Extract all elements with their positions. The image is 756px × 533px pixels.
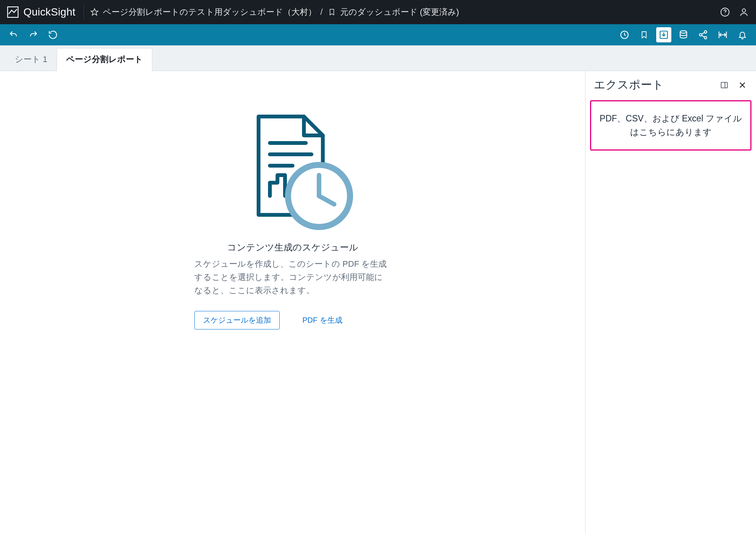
star-icon <box>89 7 100 17</box>
export-panel-title: エクスポート <box>594 77 664 93</box>
empty-state: コンテンツ生成のスケジュール スケジュールを作成し、このシートの PDF を生成… <box>194 94 391 329</box>
export-panel-actions <box>719 80 748 90</box>
svg-line-13 <box>702 36 704 37</box>
empty-state-body: スケジュールを作成し、このシートの PDF を生成することを選択します。コンテン… <box>194 257 391 297</box>
export-panel: エクスポート PDF、CSV、および Excel ファイルはこちらにあります <box>585 71 756 533</box>
dock-panel-icon[interactable] <box>719 80 730 90</box>
quicksight-logo-icon <box>7 6 19 18</box>
tab-label: ページ分割レポート <box>66 54 143 64</box>
redo-icon[interactable] <box>26 27 41 42</box>
svg-marker-1 <box>91 9 98 15</box>
help-icon[interactable] <box>720 7 730 17</box>
toolbar-left <box>6 27 60 42</box>
header-actions <box>720 7 749 17</box>
empty-state-actions: スケジュールを追加 PDF を生成 <box>194 311 391 329</box>
empty-state-title: コンテンツ生成のスケジュール <box>194 241 391 253</box>
breadcrumb: ページ分割レポートのテスト用ダッシュボード（大村） / 元のダッシュボード (変… <box>89 6 714 18</box>
share-icon[interactable] <box>696 27 711 42</box>
database-icon[interactable] <box>676 27 691 42</box>
bookmark-icon <box>327 7 337 17</box>
app-header: QuickSight ページ分割レポートのテスト用ダッシュボード（大村） / 元… <box>0 0 756 24</box>
svg-rect-0 <box>8 7 18 17</box>
svg-point-8 <box>680 31 686 33</box>
export-info-card: PDF、CSV、および Excel ファイルはこちらにあります <box>590 100 751 151</box>
svg-rect-23 <box>721 82 728 88</box>
svg-point-4 <box>742 9 746 12</box>
recent-icon[interactable] <box>617 27 632 42</box>
main: コンテンツ生成のスケジュール スケジュールを作成し、このシートの PDF を生成… <box>0 71 756 533</box>
svg-point-3 <box>725 14 725 15</box>
user-icon[interactable] <box>739 7 749 17</box>
fit-width-icon[interactable] <box>715 27 730 42</box>
tab-sheet-1[interactable]: シート 1 <box>5 48 57 71</box>
brand-name: QuickSight <box>23 6 75 18</box>
brand[interactable]: QuickSight <box>7 5 84 20</box>
canvas: コンテンツ生成のスケジュール スケジュールを作成し、このシートの PDF を生成… <box>0 71 585 533</box>
sheet-tabs: シート 1 ページ分割レポート <box>0 45 756 71</box>
breadcrumb-label: 元のダッシュボード (変更済み) <box>340 6 459 18</box>
breadcrumb-separator: / <box>320 7 322 17</box>
download-icon[interactable] <box>656 27 671 42</box>
breadcrumb-label: ページ分割レポートのテスト用ダッシュボード（大村） <box>103 6 316 18</box>
tab-paginated-report[interactable]: ページ分割レポート <box>57 48 152 71</box>
bookmark-icon[interactable] <box>637 27 652 42</box>
svg-point-9 <box>704 31 707 33</box>
export-panel-header: エクスポート <box>586 71 756 99</box>
toolbar <box>0 24 756 45</box>
undo-icon[interactable] <box>6 27 21 42</box>
schedule-document-illustration <box>194 94 391 241</box>
breadcrumb-item-1[interactable]: 元のダッシュボード (変更済み) <box>327 6 459 18</box>
toolbar-right <box>617 27 750 42</box>
close-icon[interactable] <box>737 80 748 90</box>
notifications-icon[interactable] <box>735 27 750 42</box>
breadcrumb-item-0[interactable]: ページ分割レポートのテスト用ダッシュボード（大村） <box>89 6 316 18</box>
svg-line-12 <box>702 33 704 34</box>
export-info-text: PDF、CSV、および Excel ファイルはこちらにあります <box>600 113 742 137</box>
svg-point-10 <box>699 34 702 36</box>
generate-pdf-button[interactable]: PDF を生成 <box>302 315 342 325</box>
add-schedule-button[interactable]: スケジュールを追加 <box>194 311 280 329</box>
svg-point-11 <box>704 36 707 39</box>
revert-icon[interactable] <box>45 27 60 42</box>
tab-label: シート 1 <box>15 54 47 64</box>
